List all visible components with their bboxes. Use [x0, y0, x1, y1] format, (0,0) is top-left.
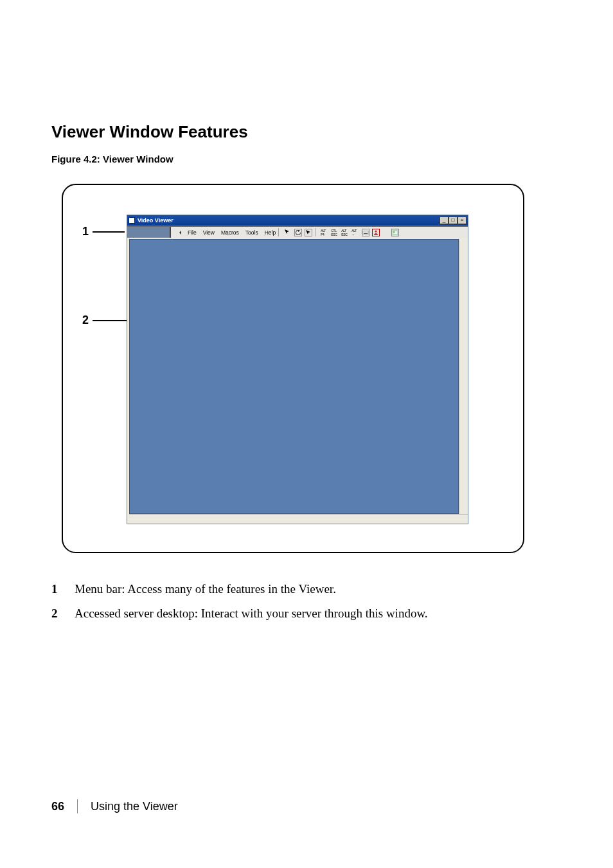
- legend-num-1: 1: [51, 579, 63, 599]
- menu-separator-2: [315, 228, 315, 236]
- menu-macros[interactable]: Macros: [221, 229, 239, 236]
- menu-view[interactable]: View: [203, 229, 215, 236]
- legend-row-1: 1 Menu bar: Access many of the features …: [51, 579, 562, 599]
- legend-text-2: Accessed server desktop: Interact with y…: [75, 603, 428, 624]
- horizontal-scrollbar[interactable]: [129, 514, 468, 524]
- document-page: Viewer Window Features Figure 4.2: Viewe…: [0, 0, 613, 868]
- legend-num-2: 2: [51, 603, 63, 624]
- minimize-button[interactable]: _: [440, 217, 449, 224]
- identity-icon[interactable]: [391, 229, 399, 236]
- callout-2: 2: [82, 314, 89, 327]
- maximize-button[interactable]: □: [449, 217, 458, 224]
- ctrl-esc-icon[interactable]: CTL ESC: [331, 229, 339, 236]
- alt-tab-icon[interactable]: ALT →: [351, 229, 359, 236]
- toolbar-group-2: ALT F4 CTL ESC ALT ESC ALT →: [318, 229, 380, 236]
- menu-tools[interactable]: Tools: [245, 229, 258, 236]
- figure-legend: 1 Menu bar: Access many of the features …: [51, 579, 562, 624]
- menu-help[interactable]: Help: [265, 229, 276, 236]
- menu-items: File View Macros Tools Help: [186, 229, 276, 236]
- svg-rect-1: [364, 233, 368, 234]
- cursor-align-icon[interactable]: [284, 229, 292, 236]
- keyboard-icon[interactable]: [362, 229, 369, 236]
- menu-bar: File View Macros Tools Help: [127, 226, 468, 238]
- legend-text-1: Menu bar: Access many of the features in…: [75, 579, 336, 599]
- vertical-scrollbar[interactable]: [459, 239, 468, 514]
- toolbar-group-3: [389, 229, 399, 236]
- content-area: [127, 238, 468, 524]
- menu-file[interactable]: File: [188, 229, 197, 236]
- alt-esc-icon[interactable]: ALT ESC: [341, 229, 349, 236]
- server-desktop[interactable]: [129, 239, 459, 514]
- window-controls: _ □ ×: [440, 217, 466, 224]
- svg-rect-4: [393, 231, 395, 233]
- footer-section: Using the Viewer: [91, 800, 178, 813]
- titlebar-left: Video Viewer: [129, 217, 173, 224]
- app-icon: [129, 217, 135, 224]
- pin-icon[interactable]: [173, 229, 184, 236]
- legend-row-2: 2 Accessed server desktop: Interact with…: [51, 603, 562, 624]
- section-heading: Viewer Window Features: [51, 122, 562, 142]
- page-footer: 66 Using the Viewer: [51, 799, 178, 813]
- refresh-icon[interactable]: [294, 229, 302, 236]
- callout-1: 1: [82, 225, 89, 238]
- alt-f4-icon[interactable]: ALT F4: [321, 229, 328, 236]
- figure-box: 1 2 Video Viewer _ □ ×: [62, 184, 524, 553]
- svg-point-2: [375, 230, 377, 232]
- viewer-window: Video Viewer _ □ × File View Macros Tool…: [127, 215, 468, 524]
- single-cursor-icon[interactable]: [305, 229, 312, 236]
- footer-separator: [77, 799, 78, 813]
- menubar-spacer: [127, 227, 171, 238]
- figure-caption: Figure 4.2: Viewer Window: [51, 154, 562, 164]
- person-icon[interactable]: [372, 229, 380, 236]
- menu-separator-1: [278, 228, 279, 236]
- close-button[interactable]: ×: [458, 217, 466, 224]
- callout-1-leader: [93, 231, 125, 233]
- titlebar[interactable]: Video Viewer _ □ ×: [127, 215, 468, 226]
- window-title: Video Viewer: [138, 217, 173, 224]
- page-number: 66: [51, 800, 64, 813]
- toolbar-group-1: [281, 229, 312, 236]
- svg-rect-0: [362, 231, 369, 235]
